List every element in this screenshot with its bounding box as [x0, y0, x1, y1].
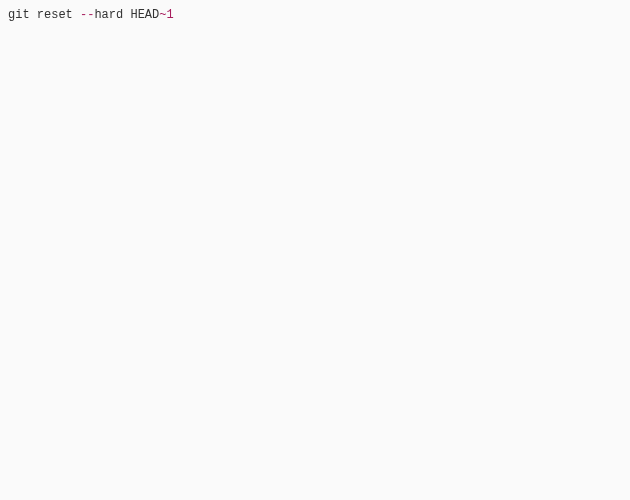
commit-offset: 1	[166, 8, 173, 22]
code-snippet: git reset --hard HEAD~1	[8, 7, 622, 24]
git-command: git reset	[8, 8, 80, 22]
flag-dashes: --	[80, 8, 94, 22]
flag-text: hard HEAD	[94, 8, 159, 22]
